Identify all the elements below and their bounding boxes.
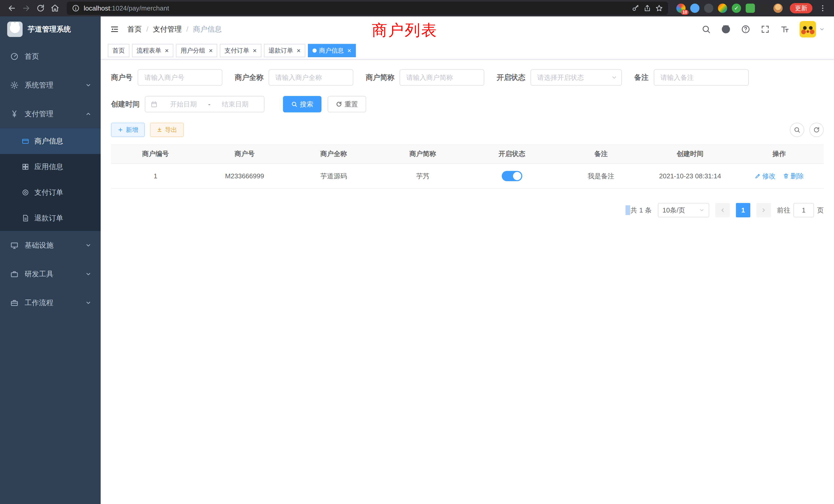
key-icon[interactable] — [632, 4, 639, 12]
refresh-table-button[interactable] — [809, 123, 824, 137]
merchant-no-input[interactable] — [138, 69, 222, 86]
col-merchant-no: 商户号 — [200, 144, 289, 164]
search-icon — [291, 101, 297, 107]
tab-refund-order[interactable]: 退款订单 — [264, 44, 305, 57]
export-button[interactable]: 导出 — [150, 123, 184, 137]
devtool-briefcase-icon — [10, 270, 19, 278]
close-icon[interactable] — [209, 47, 213, 54]
close-icon[interactable] — [297, 47, 301, 54]
extension-icon-multicolor[interactable] — [718, 4, 727, 13]
extensions-row: 10 — [676, 4, 783, 13]
delete-link-label: 删除 — [791, 172, 804, 181]
browser-menu-button[interactable] — [816, 4, 829, 12]
close-icon[interactable] — [165, 47, 169, 54]
extension-icon-avatar[interactable] — [773, 4, 783, 13]
browser-back-button[interactable] — [5, 2, 19, 15]
browser-forward-button[interactable] — [20, 2, 33, 15]
close-icon[interactable] — [253, 47, 257, 54]
page-content: 商户号 商户全称 商户简称 开启状态 请选择开启状态 — [101, 60, 834, 504]
user-menu[interactable] — [799, 21, 825, 38]
star-icon[interactable] — [655, 4, 663, 12]
sidebar-item-workflow[interactable]: 工作流程 — [0, 289, 101, 317]
sidebar-item-system[interactable]: 系统管理 — [0, 71, 101, 99]
browser-update-button[interactable]: 更新 — [790, 3, 812, 13]
tab-home[interactable]: 首页 — [108, 44, 129, 57]
sidebar-item-payment[interactable]: 支付管理 — [0, 99, 101, 128]
search-button-label: 搜索 — [300, 100, 313, 109]
extension-icon-black-square[interactable] — [760, 4, 769, 13]
total-count: 1 — [639, 206, 643, 214]
toggle-search-button[interactable] — [790, 123, 804, 137]
delete-link[interactable]: 删除 — [783, 172, 804, 181]
dashboard-icon — [10, 52, 19, 61]
extension-icon-green-square[interactable] — [746, 4, 755, 13]
merchant-short-input[interactable] — [399, 69, 484, 86]
prev-page-button[interactable] — [716, 203, 730, 217]
reset-button[interactable]: 重置 — [328, 96, 366, 112]
page-size-select[interactable]: 10条/页 — [658, 203, 709, 217]
close-icon[interactable] — [347, 47, 351, 54]
tab-process-form[interactable]: 流程表单 — [132, 44, 173, 57]
breadcrumb-payment[interactable]: 支付管理 — [153, 24, 182, 34]
sidebar-item-home[interactable]: 首页 — [0, 42, 101, 71]
sidebar-item-label: 工作流程 — [25, 298, 79, 308]
search-icon[interactable] — [702, 25, 711, 34]
chevron-down-icon — [611, 74, 617, 81]
browser-reload-button[interactable] — [34, 2, 47, 15]
help-icon[interactable] — [741, 25, 750, 34]
add-button[interactable]: 新增 — [111, 123, 145, 137]
github-icon[interactable] — [721, 24, 731, 34]
cell-status — [467, 164, 556, 188]
app-frame: 芋道管理系统 首页 系统管理 支付管理 — [0, 17, 834, 504]
font-size-icon[interactable] — [780, 25, 789, 34]
sidebar-item-refund-order[interactable]: 退款订单 — [0, 205, 101, 231]
date-end-placeholder[interactable]: 结束日期 — [211, 100, 259, 109]
status-switch-on[interactable] — [502, 171, 522, 181]
sidebar-item-merchant-info[interactable]: 商户信息 — [0, 128, 101, 154]
sidebar-item-devtools[interactable]: 研发工具 — [0, 260, 101, 289]
extension-icon-blue-drop[interactable] — [690, 4, 699, 13]
tab-user-group[interactable]: 用户分组 — [176, 44, 217, 57]
sidebar-item-app-info[interactable]: 应用信息 — [0, 154, 101, 180]
sidebar-item-infrastructure[interactable]: 基础设施 — [0, 231, 101, 260]
extension-icon-dark-circle[interactable] — [704, 4, 713, 13]
reset-button-label: 重置 — [345, 100, 358, 109]
page-number-button[interactable]: 1 — [736, 203, 750, 217]
cell-operations: 修改 删除 — [734, 164, 824, 188]
browser-home-button[interactable] — [48, 2, 62, 15]
breadcrumb: 首页 / 支付管理 / 商户信息 — [127, 24, 222, 34]
breadcrumb-home[interactable]: 首页 — [127, 24, 142, 34]
address-bar[interactable]: localhost:1024/pay/merchant — [67, 2, 668, 15]
trash-icon — [783, 173, 789, 179]
browser-toolbar: localhost:1024/pay/merchant 10 更新 — [0, 0, 834, 17]
extension-icon-green-check[interactable] — [732, 4, 741, 13]
url-path: :1024/pay/merchant — [110, 4, 169, 12]
search-button[interactable]: 搜索 — [283, 96, 322, 112]
sidebar-logo[interactable]: 芋道管理系统 — [0, 17, 101, 42]
app-grid-icon — [22, 163, 29, 171]
tab-label: 首页 — [112, 46, 125, 55]
app-title: 芋道管理系统 — [28, 24, 71, 34]
sidebar-item-label: 商户信息 — [35, 136, 63, 146]
next-page-button[interactable] — [756, 203, 771, 217]
hamburger-fold-icon[interactable] — [110, 25, 119, 34]
merchant-table: 商户编号 商户号 商户全称 商户简称 开启状态 备注 创建时间 操作 1 M23… — [111, 144, 824, 189]
user-avatar[interactable] — [799, 21, 816, 38]
extension-badge: 10 — [681, 10, 689, 15]
extension-icon-colorwheel[interactable]: 10 — [676, 4, 686, 13]
fullscreen-icon[interactable] — [761, 25, 770, 34]
goto-page-input[interactable] — [793, 203, 814, 217]
date-start-placeholder[interactable]: 开始日期 — [160, 100, 207, 109]
tab-merchant-info[interactable]: 商户信息 — [308, 44, 356, 57]
remark-input[interactable] — [654, 69, 749, 86]
sidebar-item-pay-order[interactable]: 支付订单 — [0, 180, 101, 205]
chevron-down-icon — [85, 300, 91, 306]
share-icon[interactable] — [643, 4, 651, 12]
tab-pay-order[interactable]: 支付订单 — [220, 44, 261, 57]
merchant-name-input[interactable] — [269, 69, 353, 86]
edit-link[interactable]: 修改 — [755, 172, 776, 181]
date-range-picker[interactable]: 开始日期 - 结束日期 — [145, 96, 264, 112]
col-full-name: 商户全称 — [289, 144, 378, 164]
info-icon[interactable] — [72, 4, 80, 12]
status-select[interactable]: 请选择开启状态 — [530, 69, 622, 86]
